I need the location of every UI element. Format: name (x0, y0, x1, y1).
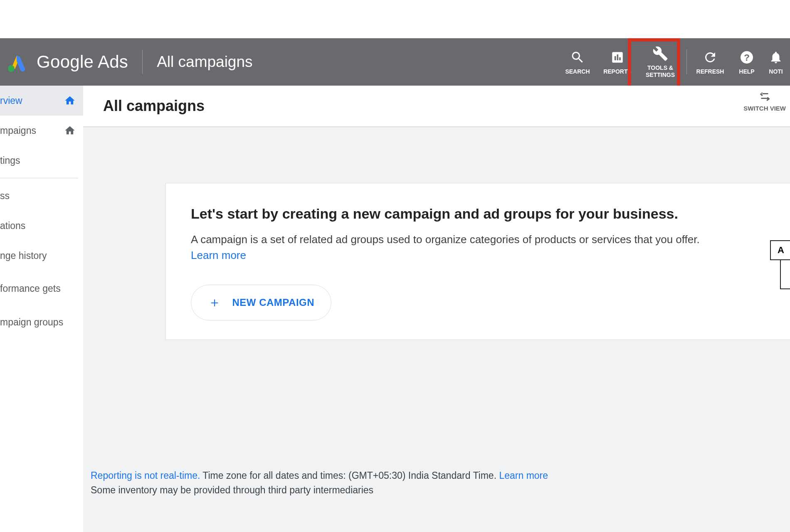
tools-label: TOOLS & SETTINGS (646, 64, 675, 79)
footer-reporting-link[interactable]: Reporting is not real-time. (91, 470, 200, 481)
svg-rect-3 (617, 54, 619, 60)
new-campaign-button[interactable]: ＋ NEW CAMPAIGN (191, 285, 331, 320)
page-titlebar: All campaigns SWITCH VIEW (83, 86, 790, 127)
footer-timezone: Time zone for all dates and times: (GMT+… (200, 470, 499, 481)
wrench-icon (652, 45, 669, 62)
refresh-label: REFRESH (696, 68, 724, 75)
search-button[interactable]: SEARCH (558, 38, 597, 86)
sidebar-item-performance[interactable]: formance gets (0, 271, 83, 307)
right-edge-widget: A (770, 240, 790, 289)
app-header: Google Ads All campaigns SEARCH REPORTS (0, 38, 790, 86)
home-icon (64, 95, 76, 106)
sidebar-divider (0, 178, 78, 178)
svg-rect-4 (619, 57, 621, 60)
sidebar-item-settings[interactable]: tings (0, 145, 83, 175)
home-icon (64, 125, 76, 136)
sidebar-item-overview[interactable]: rview (0, 86, 83, 116)
bell-icon (768, 49, 784, 66)
page-title: All campaigns (103, 97, 205, 115)
switch-view-label: SWITCH VIEW (743, 105, 786, 112)
sidebar-item-label: rview (0, 95, 61, 106)
header-actions: SEARCH REPORTS TOOLS & SETTINGS REFRESH (558, 38, 790, 86)
plus-icon: ＋ (208, 293, 222, 312)
sidebar-item-label: mpaign groups (0, 317, 76, 328)
svg-point-0 (8, 65, 15, 72)
sidebar-item-label: formance gets (0, 283, 76, 295)
help-icon: ? (738, 49, 755, 66)
sidebar: rview mpaigns tings ss ations nge histor… (0, 86, 83, 532)
right-edge-box (780, 260, 790, 289)
header-divider-2 (686, 49, 687, 74)
sidebar-item-campaigns[interactable]: mpaigns (0, 116, 83, 145)
card-heading: Let's start by creating a new campaign a… (191, 206, 765, 222)
new-campaign-label: NEW CAMPAIGN (232, 297, 315, 308)
right-edge-label: A (770, 240, 790, 260)
footer-notes: Reporting is not real-time. Time zone fo… (91, 468, 790, 497)
svg-text:?: ? (744, 52, 750, 62)
switch-view-icon (758, 89, 772, 103)
card-body: A campaign is a set of related ad groups… (191, 233, 700, 246)
sidebar-item-ations[interactable]: ations (0, 211, 83, 241)
reports-button[interactable]: REPORTS (597, 38, 637, 86)
header-divider (142, 50, 143, 74)
notifications-button[interactable]: NOTI (763, 38, 788, 86)
search-icon (569, 49, 586, 66)
footer-learn-more-link[interactable]: Learn more (499, 470, 548, 481)
sidebar-item-label: nge history (0, 250, 76, 261)
sidebar-item-ss[interactable]: ss (0, 181, 83, 211)
refresh-button[interactable]: REFRESH (690, 38, 730, 86)
sidebar-item-change-history[interactable]: nge history (0, 241, 83, 271)
sidebar-item-label: tings (0, 155, 76, 166)
reports-icon (609, 49, 626, 66)
google-ads-logo-icon (6, 52, 26, 72)
sidebar-item-label: ss (0, 190, 76, 202)
learn-more-link[interactable]: Learn more (191, 249, 246, 261)
help-button[interactable]: ? HELP (730, 38, 763, 86)
search-label: SEARCH (565, 68, 590, 75)
help-label: HELP (739, 68, 754, 75)
footer-inventory: Some inventory may be provided through t… (91, 485, 373, 495)
brand-name: Google Ads (37, 52, 128, 72)
sidebar-item-campaign-groups[interactable]: mpaign groups (0, 307, 83, 337)
refresh-icon (702, 49, 718, 66)
sidebar-item-label: ations (0, 220, 76, 232)
brand-block: Google Ads (0, 52, 128, 72)
switch-view-button[interactable]: SWITCH VIEW (743, 89, 786, 112)
tools-settings-button[interactable]: TOOLS & SETTINGS (637, 38, 683, 86)
reports-label: REPORTS (603, 68, 632, 75)
get-started-card: Let's start by creating a new campaign a… (165, 183, 790, 340)
svg-rect-2 (615, 56, 616, 60)
sidebar-item-label: mpaigns (0, 125, 61, 136)
main-area: Let's start by creating a new campaign a… (83, 127, 790, 532)
context-title: All campaigns (157, 53, 252, 71)
notif-label: NOTI (769, 68, 783, 75)
